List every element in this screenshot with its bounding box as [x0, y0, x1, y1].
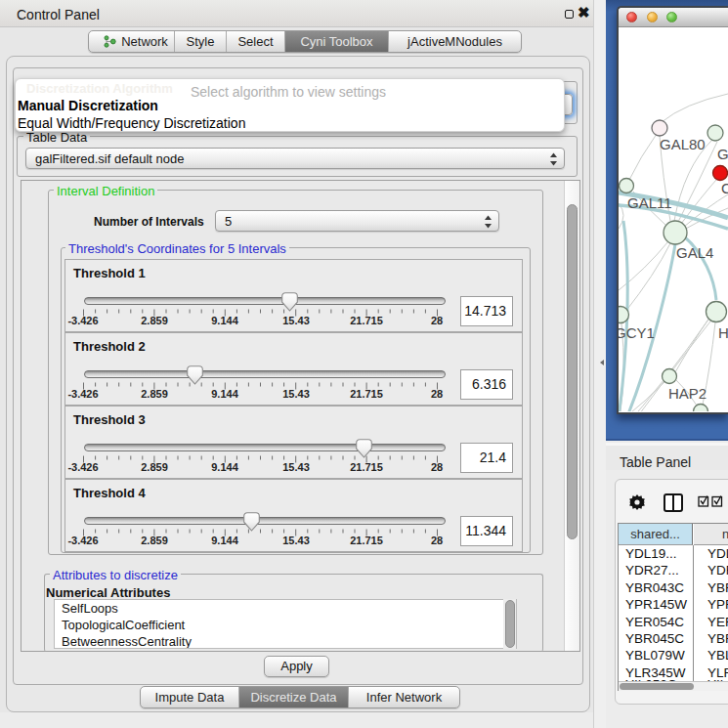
svg-text:GCY1: GCY1 [619, 324, 655, 341]
svg-text:GAL4: GAL4 [676, 244, 713, 261]
svg-text:GAL11: GAL11 [627, 194, 672, 211]
svg-text:C: C [721, 180, 728, 196]
svg-text:GAL80: GAL80 [660, 136, 706, 152]
svg-text:G.: G. [717, 146, 728, 162]
svg-text:H: H [718, 324, 728, 341]
svg-text:HAP2: HAP2 [668, 385, 707, 402]
